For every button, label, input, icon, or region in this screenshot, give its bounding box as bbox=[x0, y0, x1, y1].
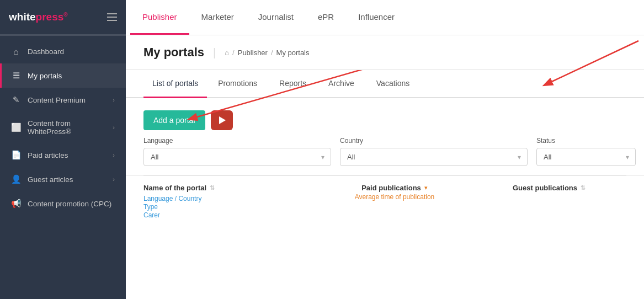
language-filter-label: Language bbox=[143, 137, 331, 145]
sidebar-item-label: Guest articles bbox=[28, 175, 73, 184]
sidebar-item-label: Content Premium bbox=[28, 96, 86, 104]
breadcrumb-sep: / bbox=[232, 49, 235, 57]
top-nav-tab-journalist[interactable]: Journalist bbox=[246, 0, 306, 35]
th-guest-publications: Guest publications ⇅ bbox=[472, 184, 626, 192]
th-paid-sub: Average time of publication bbox=[355, 193, 435, 201]
add-portal-button[interactable]: Add a portal bbox=[143, 110, 205, 130]
sort-desc-icon[interactable]: ▾ bbox=[424, 184, 428, 191]
chevron-right-icon: › bbox=[113, 176, 115, 183]
th-paid-publications: Paid publications ▾ Average time of publ… bbox=[317, 184, 472, 201]
portal-sub-carer: Carer bbox=[143, 211, 317, 219]
tab-list-of-portals[interactable]: List of portals bbox=[143, 70, 207, 98]
portal-sub-items: Language / Country Type Carer bbox=[143, 195, 317, 219]
breadcrumb-publisher[interactable]: Publisher bbox=[238, 49, 268, 57]
status-filter: Status All ▾ bbox=[536, 137, 636, 166]
chevron-right-icon: › bbox=[113, 152, 115, 158]
list-icon: ☰ bbox=[11, 71, 21, 81]
country-select[interactable]: All bbox=[340, 148, 528, 166]
home-breadcrumb-icon[interactable]: ⌂ bbox=[225, 49, 229, 57]
top-nav-tab-influencer[interactable]: Influencer bbox=[346, 0, 407, 35]
top-nav-tab-marketer[interactable]: Marketer bbox=[189, 0, 246, 35]
sidebar-item-content-promotion[interactable]: 📢 Content promotion (CPC) bbox=[0, 191, 126, 216]
main-content: My portals | ⌂ / Publisher / My portals bbox=[126, 35, 644, 299]
th-portal-name: Name of the portal ⇅ Language / Country … bbox=[143, 184, 317, 219]
tab-reports[interactable]: Reports bbox=[268, 70, 317, 98]
chevron-right-icon: › bbox=[113, 124, 115, 131]
sidebar-item-my-portals[interactable]: ☰ My portals bbox=[0, 63, 126, 88]
status-filter-label: Status bbox=[536, 137, 636, 145]
play-icon bbox=[219, 116, 226, 124]
sidebar-item-label: Dashboard bbox=[28, 47, 64, 56]
top-nav-tab-epr[interactable]: ePR bbox=[306, 0, 346, 35]
portal-sub-language: Language / Country bbox=[143, 195, 317, 202]
sidebar-nav: ⌂ Dashboard ☰ My portals ✎ Content Premi… bbox=[0, 35, 126, 299]
edit-icon: ✎ bbox=[11, 95, 21, 105]
breadcrumb-sep: / bbox=[271, 49, 273, 57]
sidebar-item-label: Content promotion (CPC) bbox=[28, 200, 111, 208]
speaker-icon: 📢 bbox=[11, 199, 21, 209]
sidebar-item-label: My portals bbox=[28, 72, 62, 80]
hamburger-menu[interactable] bbox=[107, 13, 117, 21]
th-guest-label: Guest publications bbox=[513, 184, 577, 192]
action-bar: Add a portal bbox=[126, 98, 644, 137]
logo-text: whitepress® bbox=[9, 11, 68, 23]
page-header: My portals | ⌂ / Publisher / My portals bbox=[126, 35, 644, 70]
table-header: Name of the portal ⇅ Language / Country … bbox=[126, 175, 644, 227]
tab-promotions[interactable]: Promotions bbox=[207, 70, 268, 98]
users-icon: 👤 bbox=[11, 174, 21, 184]
th-portal-name-label: Name of the portal bbox=[143, 184, 206, 192]
sidebar-item-label: Paid articles bbox=[28, 151, 68, 159]
sidebar-item-guest-articles[interactable]: 👤 Guest articles › bbox=[0, 167, 126, 191]
portal-sub-type: Type bbox=[143, 203, 317, 211]
tab-vacations[interactable]: Vacations bbox=[365, 70, 421, 98]
top-nav-tabs: Publisher Marketer Journalist ePR Influe… bbox=[126, 0, 407, 35]
page-title: My portals bbox=[143, 45, 204, 60]
content-tabs: List of portals Promotions Reports Archi… bbox=[126, 70, 644, 98]
sidebar-item-dashboard[interactable]: ⌂ Dashboard bbox=[0, 40, 126, 63]
status-select[interactable]: All bbox=[536, 148, 636, 166]
content-area: List of portals Promotions Reports Archi… bbox=[126, 70, 644, 299]
breadcrumb-current: My portals bbox=[276, 49, 310, 57]
chevron-right-icon: › bbox=[113, 97, 115, 103]
filters-row: Language All ▾ Country All bbox=[126, 137, 644, 175]
sort-icon[interactable]: ⇅ bbox=[210, 184, 215, 191]
top-nav-tab-publisher[interactable]: Publisher bbox=[130, 0, 189, 35]
country-filter: Country All ▾ bbox=[340, 137, 528, 166]
video-button[interactable] bbox=[211, 110, 233, 130]
tab-archive[interactable]: Archive bbox=[317, 70, 365, 98]
language-filter: Language All ▾ bbox=[143, 137, 331, 166]
sort-icon[interactable]: ⇅ bbox=[581, 184, 586, 191]
breadcrumb: ⌂ / Publisher / My portals bbox=[225, 49, 309, 57]
country-filter-label: Country bbox=[340, 137, 528, 145]
file-text-icon: 📄 bbox=[11, 150, 21, 160]
sidebar-item-content-whitepress[interactable]: ⬜ Content from WhitePress® › bbox=[0, 112, 126, 143]
sidebar-item-paid-articles[interactable]: 📄 Paid articles › bbox=[0, 143, 126, 167]
sidebar: ⌂ Dashboard ☰ My portals ✎ Content Premi… bbox=[0, 35, 126, 299]
sidebar-item-label: Content from WhitePress® bbox=[28, 119, 106, 136]
th-paid-label: Paid publications bbox=[361, 184, 421, 192]
file-icon: ⬜ bbox=[11, 122, 21, 132]
language-select[interactable]: All bbox=[143, 148, 331, 166]
home-icon: ⌂ bbox=[11, 47, 21, 56]
sidebar-item-content-premium[interactable]: ✎ Content Premium › bbox=[0, 88, 126, 112]
